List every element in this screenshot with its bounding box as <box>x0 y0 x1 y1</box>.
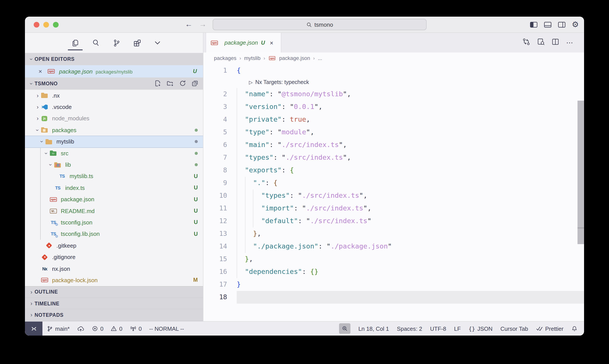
status-item-double-check[interactable]: Prettier <box>536 325 563 332</box>
tree-item-src[interactable]: ›src <box>25 147 203 159</box>
codelens-nx-targets[interactable]: ▷Nx Targets: typecheck <box>203 77 584 88</box>
code-line-11[interactable]: 11 "import": "./src/index.ts", <box>203 202 584 215</box>
explorer-section-header[interactable]: › TSMONO <box>25 78 203 90</box>
open-preview-icon[interactable] <box>537 38 545 47</box>
tree-item-.gitignore[interactable]: .gitignore <box>25 251 203 263</box>
tab-close-icon[interactable]: × <box>270 39 273 46</box>
settings-gear-icon[interactable]: ⚙ <box>572 21 579 28</box>
tree-item-tsconfig.json[interactable]: tsconfig.jsonU <box>25 217 203 228</box>
status-item-ln-18-col-1[interactable]: Ln 18, Col 1 <box>358 325 389 332</box>
compare-changes-icon[interactable] <box>522 38 530 47</box>
new-folder-icon[interactable] <box>167 80 174 87</box>
tree-item-packages[interactable]: ›packages <box>25 124 203 136</box>
tree-item-.nx[interactable]: ›.nx <box>25 90 203 101</box>
code-line-7[interactable]: 7 "types": "./src/index.ts", <box>203 151 584 164</box>
chevron-right-icon[interactable]: › <box>35 115 41 122</box>
tree-item-node_modules[interactable]: ›node_modules <box>25 113 203 124</box>
code-line-14[interactable]: 14 "./package.json": "./package.json" <box>203 240 584 253</box>
search-view-icon[interactable] <box>91 35 101 50</box>
tree-item-README.md[interactable]: README.mdU <box>25 205 203 217</box>
chevron-down-icon[interactable]: › <box>34 127 41 133</box>
status-item-zoom[interactable] <box>339 323 350 334</box>
minimize-window-button[interactable] <box>43 22 49 27</box>
status-item-cloud-upload[interactable] <box>77 325 85 332</box>
code-line-13[interactable]: 13 }, <box>203 228 584 240</box>
tree-item-nx.json[interactable]: nx.json <box>25 263 203 274</box>
code-line-2[interactable]: 2 "name": "@tsmono/mytslib", <box>203 88 584 101</box>
chevron-down-icon[interactable]: › <box>48 162 54 168</box>
close-window-button[interactable] <box>34 22 39 27</box>
editor-scrollbar[interactable] <box>578 101 584 244</box>
refresh-icon[interactable] <box>179 80 186 87</box>
breadcrumb-package-json[interactable]: package.json <box>268 55 310 62</box>
code-line-15[interactable]: 15 }, <box>203 253 584 266</box>
editor-layout-icon[interactable] <box>132 35 142 50</box>
tree-item-.gitkeep[interactable]: .gitkeep <box>25 240 203 251</box>
status-item-braces[interactable]: {}JSON <box>468 325 492 332</box>
chevron-right-icon[interactable]: › <box>35 104 41 110</box>
status-item-error[interactable]: 0 <box>92 325 104 332</box>
tree-item-package-lock.json[interactable]: package-lock.jsonM <box>25 274 203 286</box>
code-line-5[interactable]: 5 "type": "module", <box>203 126 584 139</box>
code-line-16[interactable]: 16 "dependencies": {} <box>203 266 584 278</box>
tree-item-tsconfig.lib.json[interactable]: tsconfig.lib.jsonU <box>25 228 203 240</box>
status-item-cursor-tab[interactable]: Cursor Tab <box>501 325 528 332</box>
status-item--normal-[interactable]: -- NORMAL -- <box>149 325 184 332</box>
code-line-12[interactable]: 12 "default": "./src/index.ts" <box>203 215 584 228</box>
md-icon <box>50 207 57 214</box>
sidebar-section-timeline[interactable]: ›TIMELINE <box>25 298 203 310</box>
toggle-secondary-sidebar-icon[interactable] <box>558 21 566 28</box>
sidebar-section-notepads[interactable]: ›NOTEPADS <box>25 309 203 321</box>
status-item-broadcast[interactable]: 0 <box>130 325 142 332</box>
sidebar-section-outline[interactable]: ›OUTLINE <box>25 286 203 298</box>
status-item-branch[interactable]: main* <box>47 325 70 332</box>
toggle-primary-sidebar-icon[interactable] <box>530 21 538 28</box>
forward-arrow-icon[interactable]: → <box>199 20 207 29</box>
status-item-bell[interactable] <box>571 325 578 332</box>
open-editor-item[interactable]: × package.json packages/mytslib U <box>25 65 203 78</box>
code-line-3[interactable]: 3 "version": "0.0.1", <box>203 101 584 113</box>
status-item-lf[interactable]: LF <box>454 325 461 332</box>
chevron-right-icon[interactable]: › <box>35 92 41 99</box>
tree-item-mytslib[interactable]: ›mytslib <box>25 136 203 147</box>
close-editor-icon[interactable]: × <box>39 68 47 75</box>
code-line-9[interactable]: 9 ".": { <box>203 177 584 189</box>
tree-item-index.ts[interactable]: index.tsU <box>25 182 203 194</box>
code-line-1[interactable]: 1{ <box>203 64 584 77</box>
breadcrumb--[interactable]: ... <box>318 55 322 61</box>
line-content: "version": "0.0.1", <box>237 101 584 113</box>
line-content: } <box>237 278 584 291</box>
chevron-down-icon[interactable]: › <box>39 139 45 145</box>
back-arrow-icon[interactable]: ← <box>185 20 193 29</box>
tree-item-lib[interactable]: ›lib <box>25 159 203 171</box>
breadcrumb-mytslib[interactable]: mytslib <box>244 55 260 61</box>
source-control-icon[interactable] <box>112 35 121 50</box>
tree-item-.vscode[interactable]: ›.vscode <box>25 101 203 113</box>
code-line-18[interactable]: 18 <box>203 291 584 304</box>
toggle-panel-icon[interactable] <box>544 21 552 28</box>
more-actions-icon[interactable]: ⋯ <box>566 39 574 47</box>
collapse-folders-icon[interactable] <box>192 80 198 87</box>
new-file-icon[interactable] <box>155 80 161 87</box>
tree-item-mytslib.ts[interactable]: mytslib.tsU <box>25 170 203 182</box>
command-center-search[interactable]: tsmono <box>213 19 427 30</box>
code-line-10[interactable]: 10 "types": "./src/index.ts", <box>203 189 584 202</box>
tab-package-json[interactable]: package.json U × <box>206 33 281 52</box>
code-line-4[interactable]: 4 "private": true, <box>203 113 584 126</box>
tree-item-package.json[interactable]: package.jsonU <box>25 194 203 205</box>
code-line-6[interactable]: 6 "main": "./src/index.ts", <box>203 139 584 151</box>
breadcrumb-packages[interactable]: packages <box>214 55 236 61</box>
open-editors-header[interactable]: › OPEN EDITORS <box>25 53 203 65</box>
more-views-chevron-icon[interactable] <box>153 35 162 50</box>
split-editor-icon[interactable] <box>552 38 559 47</box>
chevron-down-icon[interactable]: › <box>43 150 50 156</box>
zoom-window-button[interactable] <box>53 22 59 27</box>
code-editor[interactable]: 1{▷Nx Targets: typecheck2 "name": "@tsmo… <box>203 64 584 321</box>
remote-indicator[interactable] <box>25 322 42 336</box>
code-line-8[interactable]: 8 "exports": { <box>203 164 584 177</box>
status-item-spaces-2[interactable]: Spaces: 2 <box>397 325 422 332</box>
code-line-17[interactable]: 17} <box>203 278 584 291</box>
explorer-icon[interactable] <box>70 35 80 50</box>
status-item-utf-8[interactable]: UTF-8 <box>430 325 446 332</box>
status-item-warning[interactable]: 0 <box>111 325 122 332</box>
